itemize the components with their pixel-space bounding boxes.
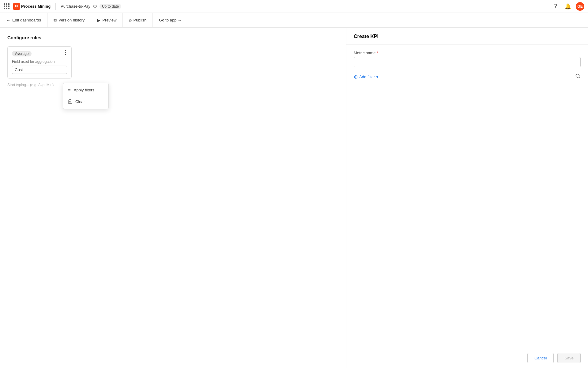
filter-row: ⊕ Add filter ▾ [354, 73, 581, 80]
version-history-label: Version history [58, 18, 85, 22]
top-nav-right: ? 🔔 GE [551, 2, 584, 11]
help-icon[interactable]: ? [551, 2, 560, 11]
avatar[interactable]: GE [576, 2, 584, 11]
clear-icon [68, 99, 72, 105]
apply-filters-icon: ≡ [68, 87, 71, 93]
settings-icon[interactable]: ⚙ [93, 3, 97, 9]
publish-label: Publish [133, 18, 146, 22]
brand-logo: UI Process Mining [13, 3, 51, 10]
uipath-icon: UI [13, 3, 20, 10]
publish-tab[interactable]: ⎋ Publish [123, 13, 153, 27]
apply-filters-label: Apply filters [74, 88, 94, 92]
go-to-app-label: Go to app → [159, 18, 182, 22]
right-panel-header: Create KPI [346, 28, 588, 44]
preview-label: Preview [102, 18, 116, 22]
save-button: Save [557, 353, 581, 363]
add-filter-chevron-icon: ▾ [376, 75, 378, 79]
metric-name-label: Metric name * [354, 51, 581, 55]
svg-point-4 [576, 74, 579, 78]
rule-card: Average ⋮ Field used for aggregation [7, 46, 72, 79]
main-content: Configure rules Average ⋮ Field used for… [0, 28, 346, 368]
top-navbar: UI Process Mining Purchase-to-Pay ⚙ Up t… [0, 0, 588, 13]
main-layout: Configure rules Average ⋮ Field used for… [0, 28, 588, 368]
right-panel-body: Metric name * ⊕ Add filter ▾ [346, 44, 588, 348]
preview-tab[interactable]: ▶ Preview [91, 13, 123, 27]
svg-rect-0 [68, 100, 72, 103]
brand-text: Process Mining [21, 4, 51, 9]
rule-field-input[interactable] [12, 66, 67, 74]
context-menu: ≡ Apply filters Clear [63, 83, 109, 109]
bell-icon[interactable]: 🔔 [564, 2, 572, 11]
hint-text: Start typing... (e.g. Avg, Min) [7, 83, 339, 87]
clear-menu-item[interactable]: Clear [63, 96, 108, 108]
edit-dashboards-label: Edit dashboards [12, 18, 41, 22]
filter-section: ⊕ Add filter ▾ [354, 73, 581, 80]
add-filter-label: Add filter [359, 75, 375, 79]
clear-label: Clear [75, 99, 85, 104]
nav-divider-1 [55, 3, 56, 10]
add-filter-plus-icon: ⊕ [354, 74, 358, 80]
configure-rules-title: Configure rules [7, 35, 339, 40]
rule-menu-button[interactable]: ⋮ [63, 50, 68, 55]
secondary-navbar: ← Edit dashboards ⧉ Version history ▶ Pr… [0, 13, 588, 28]
version-history-tab[interactable]: ⧉ Version history [47, 13, 91, 27]
rule-field-label: Field used for aggregation [12, 59, 67, 64]
cancel-button[interactable]: Cancel [527, 353, 554, 363]
right-panel: Create KPI Metric name * ⊕ Add filter ▾ [346, 28, 588, 368]
back-arrow-icon: ← [6, 18, 10, 23]
status-badge: Up to date [100, 4, 121, 9]
filter-search-button[interactable] [575, 73, 581, 80]
preview-icon: ▶ [97, 18, 100, 23]
page-title-nav: Purchase-to-Pay [61, 4, 90, 9]
version-history-icon: ⧉ [54, 17, 57, 23]
metric-name-input[interactable] [354, 57, 581, 67]
right-panel-footer: Cancel Save [346, 348, 588, 368]
publish-icon: ⎋ [129, 18, 131, 23]
add-filter-button[interactable]: ⊕ Add filter ▾ [354, 74, 378, 80]
required-star: * [377, 51, 378, 55]
rule-tag: Average [12, 51, 32, 56]
create-kpi-title: Create KPI [354, 34, 581, 39]
grid-icon[interactable] [4, 3, 9, 9]
apply-filters-menu-item[interactable]: ≡ Apply filters [63, 84, 108, 96]
edit-dashboards-tab[interactable]: ← Edit dashboards [0, 13, 47, 27]
go-to-app-tab[interactable]: Go to app → [153, 13, 188, 27]
svg-line-5 [579, 77, 580, 79]
